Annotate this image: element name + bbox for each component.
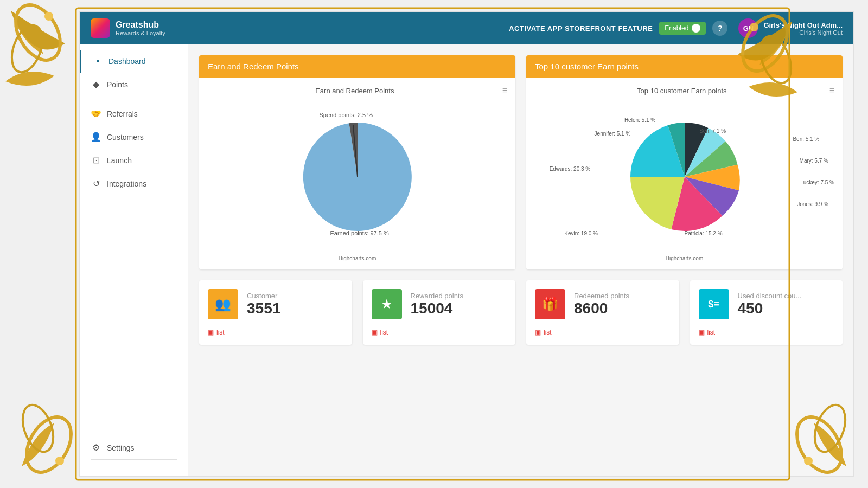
svg-point-2: [44, 12, 53, 21]
earn-redeem-body: Earn and Redeem Points ≡: [199, 78, 515, 269]
top10-card: Top 10 customer Earn points Top 10 custo…: [526, 55, 843, 269]
sidebar-item-settings[interactable]: ⚙ Settings: [80, 436, 188, 459]
stat-redeemed: 🎁 Redeemed points 8600 ▣ list: [526, 280, 679, 345]
sidebar-item-referrals[interactable]: 🤝 Referrals: [80, 102, 188, 125]
discount-value: 450: [738, 300, 802, 317]
patricia-label: Patricia: 15.2 %: [685, 230, 723, 236]
rewarded-label: Rewarded points: [411, 292, 464, 300]
settings-icon: ⚙: [91, 442, 101, 453]
sidebar-label-integrations: Integrations: [107, 179, 146, 188]
discount-label: Used discount cou...: [738, 292, 802, 300]
jones-label: Jones: 9.9 %: [797, 201, 828, 207]
user-store: Girls's Night Out: [763, 29, 843, 36]
redeemed-link-icon: ▣: [535, 329, 541, 336]
toggle-button[interactable]: Enabled: [659, 22, 706, 35]
logo-icon: [91, 18, 110, 38]
sidebar-item-integrations[interactable]: ↺ Integrations: [80, 172, 188, 195]
integrations-icon: ↺: [91, 178, 101, 189]
sidebar-item-launch[interactable]: ⊡ Launch: [80, 149, 188, 172]
main-content: Earn and Redeem Points Earn and Redeem P…: [188, 44, 853, 476]
sidebar-label-points: Points: [107, 80, 128, 89]
user-name: Girls's Night Out Adm...: [763, 21, 843, 29]
launch-icon: ⊡: [91, 155, 101, 165]
earn-redeem-header: Earn and Redeem Points: [199, 55, 515, 78]
svg-point-7: [17, 401, 59, 456]
redeemed-label: Redeemed points: [574, 292, 629, 300]
user-avatar: GN: [738, 18, 758, 38]
customers-icon: 👤: [91, 132, 101, 142]
discount-icon: $≡: [699, 289, 729, 319]
help-button[interactable]: ?: [712, 21, 727, 36]
earn-redeem-menu[interactable]: ≡: [502, 86, 507, 95]
rewarded-link-label: list: [380, 329, 388, 336]
customer-value: 3551: [247, 300, 280, 317]
customer-link[interactable]: ▣ list: [208, 324, 343, 336]
top10-menu[interactable]: ≡: [829, 86, 834, 95]
top10-pie: [625, 117, 744, 236]
redeemed-link-label: list: [544, 329, 552, 336]
brand-name: Greatshub: [116, 20, 165, 30]
dashboard-icon: ▪: [92, 56, 103, 66]
customer-link-label: list: [216, 329, 225, 336]
rewarded-link[interactable]: ▣ list: [372, 324, 507, 336]
charts-row: Earn and Redeem Points Earn and Redeem P…: [199, 55, 843, 269]
customer-label: Customer: [247, 292, 280, 300]
sidebar-item-points[interactable]: ◆ Points: [80, 73, 188, 96]
mary-label: Mary: 5.7 %: [800, 158, 828, 164]
user-info: Girls's Night Out Adm... Girls's Night O…: [763, 21, 843, 36]
stats-row: 👥 Customer 3551 ▣ list ★: [199, 280, 843, 345]
header: Greatshub Rewards & Loyalty ACTIVATE APP…: [80, 12, 853, 44]
brand-tagline: Rewards & Loyalty: [116, 30, 165, 36]
toggle-circle: [692, 24, 700, 33]
sidebar-label-settings: Settings: [107, 444, 135, 452]
highcharts-label-1: Highcharts.com: [207, 255, 507, 261]
logo-text: Greatshub Rewards & Loyalty: [116, 20, 165, 36]
earn-redeem-pie: [298, 117, 417, 236]
sidebar-label-launch: Launch: [107, 156, 132, 165]
customer-link-icon: ▣: [208, 329, 214, 336]
discount-link-icon: ▣: [699, 329, 705, 336]
luckey-label: Luckey: 7.5 %: [800, 179, 834, 185]
top10-header: Top 10 customer Earn points: [526, 55, 843, 78]
redeemed-link[interactable]: ▣ list: [535, 324, 671, 336]
sidebar-item-customers[interactable]: 👤 Customers: [80, 125, 188, 149]
activate-label: ACTIVATE APP STOREFRONT FEATURE: [509, 24, 653, 33]
earn-redeem-card: Earn and Redeem Points Earn and Redeem P…: [199, 55, 515, 269]
top10-body: Top 10 customer Earn points ≡: [526, 78, 843, 269]
svg-point-8: [55, 457, 64, 465]
earn-redeem-title: Earn and Redeem Points: [207, 87, 502, 95]
rewarded-value: 15004: [411, 300, 464, 317]
jennifer-label: Jennifer: 5.1 %: [595, 131, 631, 137]
kevin-label: Kevin: 19.0 %: [564, 230, 598, 236]
discount-link-label: list: [707, 329, 716, 336]
redeemed-icon: 🎁: [535, 289, 565, 319]
stat-customer: 👥 Customer 3551 ▣ list: [199, 280, 352, 345]
rewarded-link-icon: ▣: [372, 329, 378, 336]
svg-point-1: [6, 21, 48, 76]
edwards-label: Edwards: 20.3 %: [550, 166, 591, 172]
sidebar: ▪ Dashboard ◆ Points 🤝 Referrals 👤 Custo…: [80, 44, 188, 476]
customer-icon: 👥: [208, 289, 238, 319]
stat-rewarded: ★ Rewarded points 15004 ▣ list: [363, 280, 516, 345]
top10-title: Top 10 customer Earn points: [534, 87, 829, 95]
highcharts-label-2: Highcharts.com: [534, 255, 834, 261]
toggle-label: Enabled: [665, 24, 688, 32]
stat-discount: $≡ Used discount cou... 450 ▣ list: [690, 280, 843, 345]
sidebar-item-dashboard[interactable]: ▪ Dashboard: [80, 50, 188, 73]
svg-point-6: [17, 409, 80, 480]
discount-link[interactable]: ▣ list: [699, 324, 834, 336]
redeemed-value: 8600: [574, 300, 629, 317]
header-center: ACTIVATE APP STOREFRONT FEATURE Enabled …: [509, 21, 727, 36]
ben-label: Ben: 5.1 %: [793, 136, 819, 142]
svg-point-0: [7, 0, 69, 68]
referrals-icon: 🤝: [91, 108, 101, 119]
sidebar-label-referrals: Referrals: [107, 110, 138, 118]
sidebar-divider: [80, 99, 188, 99]
sen-label: Sen: 7.1 %: [699, 128, 726, 134]
logo: Greatshub Rewards & Loyalty: [91, 18, 165, 38]
spend-points-label: Spend points: 2.5 %: [320, 112, 373, 118]
helen-label: Helen: 5.1 %: [624, 117, 655, 123]
sidebar-label-dashboard: Dashboard: [108, 57, 146, 66]
points-icon: ◆: [91, 79, 101, 89]
sidebar-label-customers: Customers: [107, 133, 144, 142]
